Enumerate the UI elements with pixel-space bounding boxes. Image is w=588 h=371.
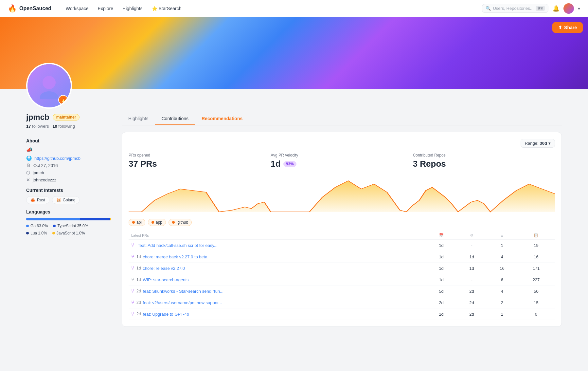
megaphone-icon: 📣 — [26, 147, 111, 153]
search-placeholder: Users, Repositories... — [493, 6, 533, 11]
chevron-down-icon[interactable]: ▾ — [578, 6, 580, 11]
pr-title-link[interactable]: WIP: star-search-agents — [143, 277, 188, 282]
nav-starsearch[interactable]: ⭐ StarSearch — [148, 4, 186, 13]
hero-banner: ⬆ Share — [0, 17, 588, 89]
github-item: ⬡ jpmcb — [26, 170, 111, 175]
app-dot — [151, 221, 154, 224]
table-row: ⑂ 2d feat: v2/users/username/prs now sup… — [129, 297, 555, 308]
svg-point-0 — [43, 76, 56, 89]
pr-title-link[interactable]: chore: merge back v2.27.0 to beta — [143, 254, 207, 259]
pr-title-cell: ⑂ 1d chore: merge back v2.27.0 to beta — [129, 251, 426, 263]
pr-file: 19 — [517, 240, 555, 251]
app-label: app — [156, 220, 162, 225]
range-label: Range: — [525, 141, 539, 146]
pr-check: 2d — [456, 308, 487, 320]
website-item: 🌐 https://github.com/jpmcb — [26, 156, 111, 161]
share-icon: ⬆ — [558, 25, 562, 30]
pr-table: Latest PRs 📅 ⊙ ± 📋 ⑂ feat: Add hack/call… — [129, 231, 555, 320]
pr-title-link[interactable]: chore: release v2.27.0 — [143, 266, 185, 271]
share-button[interactable]: ⬆ Share — [552, 22, 583, 33]
profile-right: Highlights Contributions Recommendations… — [122, 113, 562, 327]
velocity-label: Avg PR velocity — [271, 153, 413, 158]
profile-section: 🔥 jpmcb maintainer 17 followers 10 follo… — [0, 89, 588, 335]
pr-file: 50 — [517, 286, 555, 297]
velocity-badge: 93% — [283, 161, 296, 167]
pr-title-cell: ⑂ 2d feat: v2/users/username/prs now sup… — [129, 297, 426, 308]
pr-age: 2d — [136, 289, 141, 293]
navbar: 🔥 OpenSauced Workspace Explore Highlight… — [0, 0, 588, 17]
range-selector[interactable]: Range: 30d ▾ — [521, 139, 555, 148]
app-logo[interactable]: 🔥 OpenSauced — [8, 4, 51, 13]
table-row: ⑂ 1d chore: merge back v2.27.0 to beta 1… — [129, 251, 555, 263]
global-search[interactable]: 🔍 Users, Repositories... ⌘K — [482, 4, 548, 13]
table-row: ⑂ 2d feat: Upgrade to GPT-4o 2d 2d 1 0 — [129, 308, 555, 320]
pr-merge-icon: ⑂ — [131, 242, 134, 248]
divider — [26, 134, 111, 134]
language-legend: Go 63.0% TypeScript 35.0% Lua 1.0% JavaS… — [26, 224, 111, 235]
following-label: following — [58, 124, 75, 129]
prs-opened-label: PRs opened — [129, 153, 271, 158]
rust-label: Rust — [37, 198, 45, 202]
pr-date: 1d — [426, 263, 456, 274]
pr-title-link[interactable]: feat: v2/users/username/prs now suppor..… — [143, 300, 222, 305]
svg-point-1 — [40, 91, 58, 99]
stat-prs-opened: PRs opened 37 PRs — [129, 153, 271, 169]
repo-tag-app[interactable]: app — [148, 219, 166, 226]
interest-golang[interactable]: 🐹 Golang — [52, 196, 80, 204]
pr-age: 1d — [136, 254, 141, 259]
contributions-panel: Range: 30d ▾ PRs opened 37 PRs Avg PR ve… — [122, 132, 562, 327]
pr-age: 2d — [136, 300, 141, 305]
panel-top: Range: 30d ▾ — [129, 139, 555, 148]
tab-contributions[interactable]: Contributions — [155, 113, 195, 125]
repo-tag-github[interactable]: .github — [169, 219, 192, 226]
about-title: About — [26, 138, 111, 143]
maintainer-badge: maintainer — [53, 114, 80, 121]
interest-rust[interactable]: 🦀 Rust — [26, 196, 49, 204]
interests-section: Current Interests 🦀 Rust 🐹 Golang — [26, 188, 111, 204]
notifications-button[interactable]: 🔔 — [552, 5, 560, 12]
nav-highlights[interactable]: Highlights — [118, 4, 146, 13]
languages-section: Languages Go 63.0% TypeScript 35.0% — [26, 209, 111, 235]
pr-file: 0 — [517, 308, 555, 320]
pr-check: 1d — [456, 263, 487, 274]
table-row: ⑂ feat: Add hack/call-sse.sh script for … — [129, 240, 555, 251]
pr-title-link[interactable]: feat: Upgrade to GPT-4o — [143, 312, 189, 317]
go-dot — [26, 225, 29, 227]
nav-workspace[interactable]: Workspace — [62, 4, 93, 13]
profile-badge-icon: 🔥 — [58, 95, 68, 105]
prs-opened-value: 37 PRs — [129, 159, 271, 169]
th-diff: ± — [487, 231, 517, 240]
pr-file: 227 — [517, 274, 555, 286]
website-link[interactable]: https://github.com/jpmcb — [34, 156, 80, 161]
profile-tabs: Highlights Contributions Recommendations — [122, 113, 562, 125]
twitter-handle: johncodezzz — [33, 177, 56, 182]
user-avatar[interactable] — [563, 3, 574, 14]
chevron-down-icon: ▾ — [548, 141, 551, 146]
pr-title-link[interactable]: feat: Add hack/call-sse.sh script for ea… — [138, 243, 218, 248]
nav-explore[interactable]: Explore — [94, 4, 117, 13]
languages-title: Languages — [26, 209, 111, 214]
tab-highlights[interactable]: Highlights — [122, 113, 155, 125]
lang-javascript: JavaScript 1.0% — [52, 231, 85, 235]
typescript-label: TypeScript 35.0% — [57, 224, 88, 228]
stat-avg-velocity: Avg PR velocity 1d 93% — [271, 153, 413, 169]
repo-tag-api[interactable]: api — [129, 219, 145, 226]
th-file: 📋 — [517, 231, 555, 240]
following-count: 10 — [52, 124, 57, 129]
th-check: ⊙ — [456, 231, 487, 240]
pr-plus: 1 — [487, 308, 517, 320]
pr-title-link[interactable]: feat: Skunkworks - Star-search send "fun… — [143, 289, 223, 294]
username-row: jpmcb maintainer — [26, 113, 111, 122]
lang-lua: Lua 1.0% — [26, 231, 47, 235]
javascript-dot — [52, 232, 55, 234]
pr-date: 1d — [426, 240, 456, 251]
tab-recommendations[interactable]: Recommendations — [195, 113, 249, 125]
interests-title: Current Interests — [26, 188, 111, 193]
pr-merge-icon: ⑂ — [131, 311, 134, 317]
javascript-bar — [110, 218, 111, 220]
stats-row: PRs opened 37 PRs Avg PR velocity 1d 93%… — [129, 153, 555, 169]
api-dot — [132, 221, 135, 224]
search-shortcut: ⌘K — [536, 6, 545, 11]
pr-age: 1d — [136, 266, 141, 270]
pr-plus: 16 — [487, 263, 517, 274]
